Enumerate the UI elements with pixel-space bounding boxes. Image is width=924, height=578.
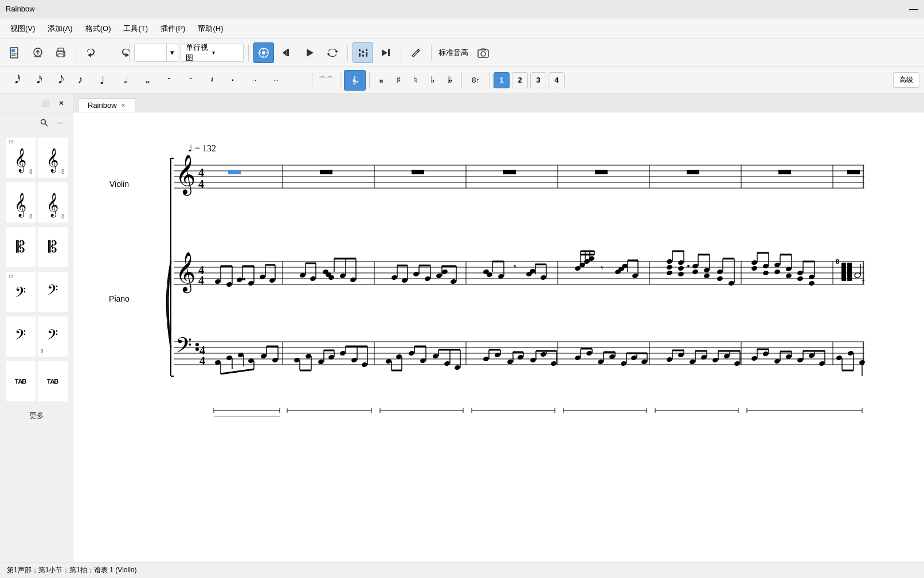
zoom-arrow[interactable]: ▾ bbox=[166, 44, 178, 61]
dot-button[interactable]: · bbox=[222, 70, 243, 91]
svg-point-120 bbox=[441, 269, 448, 275]
menu-plugins[interactable]: 插件(P) bbox=[155, 21, 191, 36]
mixer-button[interactable] bbox=[353, 42, 373, 63]
more-button[interactable]: 更多 bbox=[2, 406, 71, 425]
bass-clef-4[interactable]: 𝄢 9 bbox=[38, 317, 68, 357]
svg-point-170 bbox=[703, 267, 710, 273]
tie-button[interactable]: ⌒⌒ bbox=[316, 70, 336, 91]
minimize-button[interactable]: — bbox=[909, 5, 918, 14]
separator5 bbox=[401, 45, 401, 61]
sidebar-expand-button[interactable]: ⬜ bbox=[38, 96, 52, 110]
svg-point-12 bbox=[262, 51, 265, 54]
voice-1-button[interactable]: 1 bbox=[494, 72, 510, 88]
sidebar-more-button[interactable]: ··· bbox=[52, 115, 68, 131]
play-mode-button[interactable] bbox=[253, 42, 274, 63]
64th-note-button[interactable]: 𝅘𝅥𝅰 bbox=[5, 70, 25, 91]
tab-close-button[interactable]: × bbox=[122, 101, 126, 110]
svg-point-71 bbox=[214, 279, 221, 284]
quarter-note-button[interactable]: ♩ bbox=[92, 70, 112, 91]
svg-point-262 bbox=[420, 358, 426, 364]
separator4 bbox=[347, 45, 348, 61]
flat-button[interactable]: ♭ bbox=[425, 70, 441, 91]
half-note-button[interactable]: 𝅗𝅥 bbox=[113, 70, 134, 91]
svg-point-342 bbox=[847, 350, 854, 356]
search-button[interactable] bbox=[36, 115, 52, 131]
svg-point-31 bbox=[41, 120, 46, 124]
octave-up-button[interactable]: 8↑ bbox=[465, 70, 486, 91]
zoom-input[interactable]: 100% bbox=[135, 48, 166, 57]
alto-clef-2[interactable]: 𝄡 bbox=[38, 227, 68, 267]
16th-note-button[interactable]: 𝅘𝅥𝅮 bbox=[48, 70, 69, 91]
menu-add[interactable]: 添加(A) bbox=[42, 21, 78, 36]
score-tab-rainbow[interactable]: Rainbow × bbox=[78, 98, 135, 112]
sharp-button[interactable]: ♯ bbox=[390, 70, 406, 91]
sidebar-close-button[interactable]: ✕ bbox=[54, 96, 68, 110]
bass-clef-3[interactable]: 𝄢 bbox=[6, 317, 36, 357]
longa-button[interactable]: 𝄼 bbox=[179, 70, 199, 91]
treble-clef-1[interactable]: 15 𝄞 8 bbox=[6, 138, 36, 178]
natural-button[interactable]: ♮ bbox=[408, 70, 424, 91]
8th-note-button[interactable]: ♪ bbox=[70, 70, 91, 91]
bass-clef-2[interactable]: 𝄢 bbox=[38, 272, 68, 312]
svg-point-289 bbox=[574, 355, 581, 361]
advanced-button[interactable]: 高级 bbox=[893, 72, 919, 88]
svg-point-238 bbox=[293, 357, 300, 363]
double-sharp-button[interactable]: 𝄪 bbox=[373, 70, 389, 91]
loop-button[interactable] bbox=[322, 42, 343, 63]
zoom-selector[interactable]: 100% ▾ bbox=[134, 44, 178, 62]
print-button[interactable] bbox=[50, 42, 71, 63]
svg-marker-19 bbox=[307, 49, 314, 57]
svg-point-165 bbox=[687, 265, 690, 267]
quad-dot-button[interactable]: ···· bbox=[288, 70, 308, 91]
svg-point-260 bbox=[408, 350, 415, 356]
view-arrow[interactable]: ▾ bbox=[212, 49, 238, 56]
treble-clef-2[interactable]: 𝄞 8 bbox=[38, 138, 68, 178]
alto-clef-1[interactable]: 𝄡 bbox=[6, 227, 36, 267]
svg-rect-202 bbox=[847, 263, 852, 281]
32nd-note-button[interactable]: 𝅘𝅥𝅯 bbox=[26, 70, 47, 91]
double-flat-button[interactable]: 𝄫 bbox=[442, 70, 458, 91]
svg-point-104 bbox=[339, 273, 346, 279]
voice-2-button[interactable]: 2 bbox=[512, 72, 528, 88]
undo-button[interactable] bbox=[81, 42, 101, 63]
quarter-rest-button[interactable]: 𝄽 bbox=[201, 70, 221, 91]
svg-point-186 bbox=[774, 269, 781, 275]
double-dot-button[interactable]: ·· bbox=[244, 70, 265, 91]
menu-view[interactable]: 视图(V) bbox=[5, 21, 41, 36]
triple-dot-button[interactable]: ··· bbox=[266, 70, 287, 91]
play-button[interactable] bbox=[299, 42, 320, 63]
svg-point-252 bbox=[361, 362, 368, 368]
tab-clef-2[interactable]: TAB bbox=[38, 361, 68, 401]
svg-point-213 bbox=[195, 347, 199, 351]
score-area[interactable]: Rainbow × ♩ = 132 Violin Piano bbox=[73, 94, 924, 562]
breve-note-button[interactable]: 𝄻 bbox=[157, 70, 178, 91]
voice-4-button[interactable]: 4 bbox=[549, 72, 565, 88]
edit-mode-button[interactable] bbox=[406, 42, 426, 63]
treble-clef-3[interactable]: 𝄞 8 bbox=[6, 182, 36, 222]
svg-rect-27 bbox=[388, 49, 390, 56]
upload-button[interactable] bbox=[28, 42, 48, 63]
rewind-button[interactable] bbox=[276, 42, 297, 63]
camera-button[interactable] bbox=[473, 42, 494, 63]
view-selector[interactable]: 单行视图 ▾ bbox=[181, 44, 244, 62]
svg-rect-23 bbox=[358, 52, 361, 53]
svg-point-225 bbox=[260, 353, 267, 359]
whole-note-button[interactable]: 𝅝 bbox=[135, 70, 156, 91]
redo-button[interactable] bbox=[104, 42, 124, 63]
menu-format[interactable]: 格式(O) bbox=[80, 21, 117, 36]
svg-point-116 bbox=[424, 276, 431, 282]
menu-help[interactable]: 帮助(H) bbox=[192, 21, 229, 36]
svg-point-106 bbox=[350, 277, 357, 283]
svg-rect-8 bbox=[58, 54, 64, 57]
svg-text:7: 7 bbox=[862, 279, 865, 286]
new-file-button[interactable] bbox=[5, 42, 25, 63]
bass-clef-1[interactable]: 15 𝄢 bbox=[6, 272, 36, 312]
next-measure-button[interactable] bbox=[375, 42, 396, 63]
notes-sep1 bbox=[312, 72, 312, 88]
bass-clef-row-2: 𝄢 𝄢 9 bbox=[2, 317, 71, 357]
tab-clef-1[interactable]: TAB bbox=[6, 361, 36, 401]
note-input-button[interactable]: 𝄞♩ bbox=[344, 70, 366, 91]
menu-tools[interactable]: 工具(T) bbox=[118, 21, 154, 36]
treble-clef-4[interactable]: 𝄞 8 bbox=[38, 182, 68, 222]
voice-3-button[interactable]: 3 bbox=[530, 72, 546, 88]
